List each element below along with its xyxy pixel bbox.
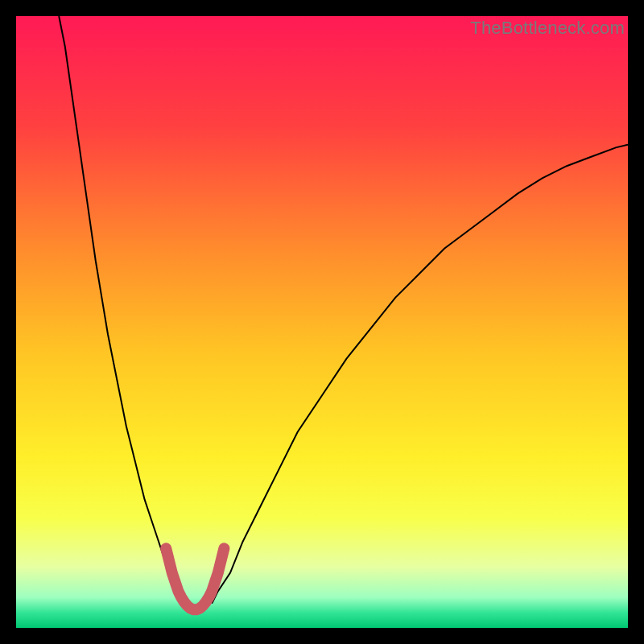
bottleneck-chart xyxy=(16,16,628,628)
watermark-text: TheBottleneck.com xyxy=(470,18,625,39)
gradient-background xyxy=(16,16,628,628)
chart-frame: TheBottleneck.com xyxy=(16,16,628,628)
